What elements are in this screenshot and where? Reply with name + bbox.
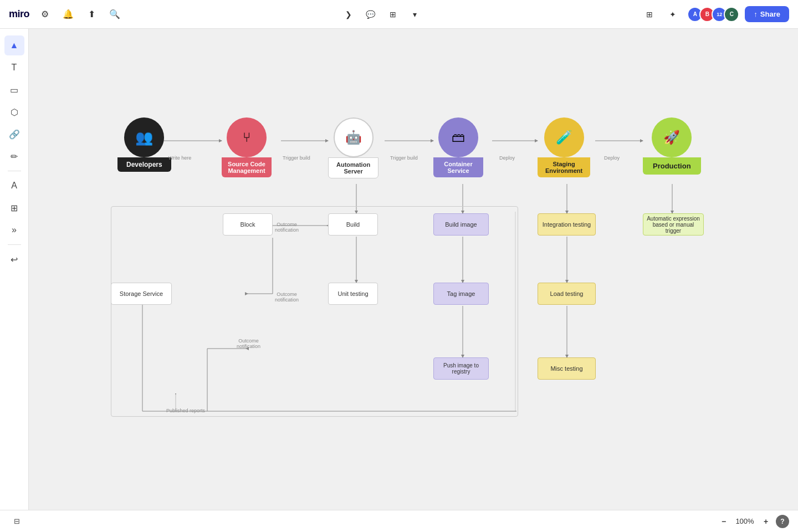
avatar-3: C xyxy=(724,7,739,22)
node-production[interactable]: 🚀 Production xyxy=(643,117,701,175)
node-automation[interactable]: 🤖 AutomationServer xyxy=(328,117,378,178)
developers-label: Developers xyxy=(117,157,171,172)
write-here-label: Write here xyxy=(168,155,191,161)
avatar-group: A B 12 C xyxy=(687,7,739,22)
nav-back-icon[interactable]: ❯ xyxy=(339,4,359,24)
bottombar-right: − 100% + ? xyxy=(717,515,789,528)
toolbar-divider xyxy=(8,171,21,171)
automation-label: AutomationServer xyxy=(328,157,378,178)
select-tool[interactable]: ▲ xyxy=(4,35,24,55)
frame-tool[interactable]: ⊞ xyxy=(4,198,24,218)
zoom-out-button[interactable]: − xyxy=(717,515,730,528)
topbar: miro ⚙ 🔔 ⬆ 🔍 ❯ 💬 ⊞ ▾ ⊞ ✦ A B 12 C ↑ Shar… xyxy=(0,0,798,29)
sticky-tool[interactable]: ▭ xyxy=(4,80,24,100)
production-label: Production xyxy=(643,157,701,175)
staging-label: StagingEnvironment xyxy=(538,157,590,177)
outcome-notification-label-2: Outcomenotification xyxy=(275,291,299,303)
pen-tool[interactable]: ✏ xyxy=(4,146,24,166)
share-button[interactable]: ↑ Share xyxy=(745,6,789,22)
node-staging[interactable]: 🧪 StagingEnvironment xyxy=(538,117,590,177)
deploy-label-2: Deploy xyxy=(604,155,620,161)
topbar-center: ❯ 💬 ⊞ ▾ xyxy=(122,4,641,24)
bottombar: ⊟ − 100% + ? xyxy=(0,510,798,532)
container-label: ContainerService xyxy=(433,157,483,177)
container-icon: 🗃 xyxy=(438,117,478,157)
shape-tool[interactable]: ⬡ xyxy=(4,102,24,122)
font-tool[interactable]: A xyxy=(4,176,24,196)
dropdown-icon[interactable]: ▾ xyxy=(405,4,425,24)
zoom-in-button[interactable]: + xyxy=(759,515,773,528)
outcome-notification-label-3: Outcomenotification xyxy=(237,338,260,349)
scm-icon: ⑂ xyxy=(227,117,267,157)
developers-icon: 👥 xyxy=(124,117,164,157)
scm-label: Source CodeManagement xyxy=(222,157,272,177)
toolbar-divider-2 xyxy=(8,244,21,245)
published-reports-label: Published reports xyxy=(166,408,205,413)
layers-icon[interactable]: ⊟ xyxy=(9,514,24,529)
more-tools[interactable]: » xyxy=(4,220,24,240)
notifications-icon[interactable]: 🔔 xyxy=(60,7,76,22)
trigger-build-label-1: Trigger build xyxy=(283,155,310,161)
filter-icon[interactable]: ⊞ xyxy=(641,6,658,23)
topbar-left: miro ⚙ 🔔 ⬆ 🔍 xyxy=(9,7,122,22)
auto-trigger-box[interactable]: Automatic expression based or manual tri… xyxy=(643,213,704,236)
help-button[interactable]: ? xyxy=(776,515,789,528)
comment-icon[interactable]: 💬 xyxy=(361,4,381,24)
trigger-build-label-2: Trigger build xyxy=(390,155,418,161)
canvas[interactable]: 👥 Developers ⑂ Source CodeManagement 🤖 A… xyxy=(29,29,798,510)
link-tool[interactable]: 🔗 xyxy=(4,124,24,144)
miro-logo: miro xyxy=(9,8,29,20)
bottombar-left: ⊟ xyxy=(9,514,24,529)
left-toolbar: ▲ T ▭ ⬡ 🔗 ✏ A ⊞ » ↩ xyxy=(0,29,29,532)
main-bounding-box xyxy=(111,206,518,417)
undo-tool[interactable]: ↩ xyxy=(4,249,24,269)
node-developers[interactable]: 👥 Developers xyxy=(117,117,171,172)
share-icon: ↑ xyxy=(754,10,758,18)
integration-testing-box[interactable]: Integration testing xyxy=(538,213,596,236)
text-tool[interactable]: T xyxy=(4,58,24,78)
load-testing-box[interactable]: Load testing xyxy=(538,283,596,305)
zoom-level-display: 100% xyxy=(734,517,756,525)
outcome-notification-label-1: Outcomenotification xyxy=(275,222,299,233)
misc-testing-box[interactable]: Misc testing xyxy=(538,357,596,380)
node-scm[interactable]: ⑂ Source CodeManagement xyxy=(222,117,272,177)
grid-icon[interactable]: ⊞ xyxy=(383,4,403,24)
staging-icon: 🧪 xyxy=(544,117,584,157)
node-container[interactable]: 🗃 ContainerService xyxy=(433,117,483,177)
upload-icon[interactable]: ⬆ xyxy=(84,7,99,22)
production-icon: 🚀 xyxy=(652,117,692,157)
automation-icon: 🤖 xyxy=(334,117,374,157)
deploy-label-1: Deploy xyxy=(499,155,515,161)
topbar-right: ⊞ ✦ A B 12 C ↑ Share xyxy=(641,6,789,23)
search-icon[interactable]: 🔍 xyxy=(107,7,122,22)
settings-icon[interactable]: ⚙ xyxy=(37,7,53,22)
star-icon[interactable]: ✦ xyxy=(664,6,682,23)
